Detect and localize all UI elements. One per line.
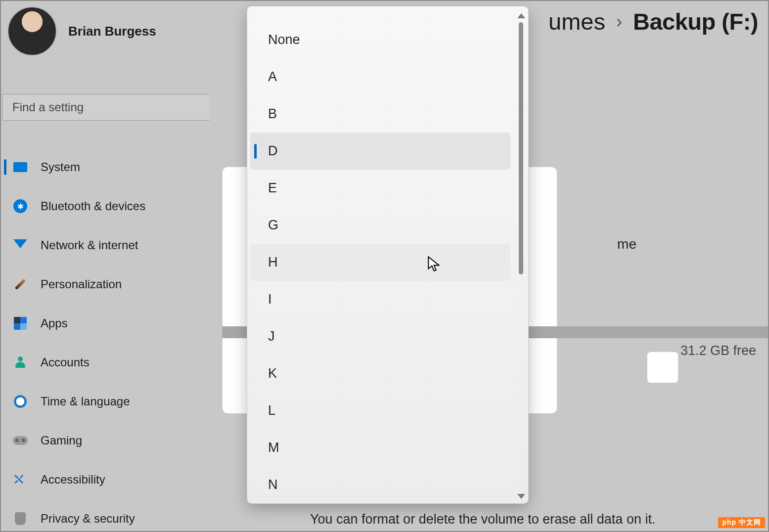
sidebar-item-personalization[interactable]: Personalization: [1, 265, 209, 304]
sidebar-item-network[interactable]: Network & internet: [1, 225, 209, 265]
user-name: Brian Burgess: [68, 24, 156, 39]
accessibility-icon: ⛌: [13, 472, 28, 487]
scroll-up-icon[interactable]: [517, 13, 525, 18]
search-input[interactable]: [12, 100, 200, 114]
sidebar-item-label: Personalization: [41, 277, 122, 291]
dropdown-option[interactable]: K: [250, 355, 510, 392]
sidebar-item-label: Apps: [41, 316, 68, 330]
profile-block[interactable]: Brian Burgess: [7, 6, 156, 56]
accounts-icon: [13, 355, 28, 370]
sidebar-item-label: Accessibility: [41, 473, 105, 487]
system-icon: [13, 160, 28, 175]
dropdown-option[interactable]: D: [250, 133, 510, 170]
sidebar-item-system[interactable]: System: [1, 147, 209, 186]
sidebar-item-privacy[interactable]: Privacy & security: [1, 499, 209, 532]
breadcrumb-current: Backup (F:): [633, 8, 758, 35]
dropdown-scrollbar[interactable]: [516, 11, 526, 501]
sidebar-item-accessibility[interactable]: ⛌ Accessibility: [1, 460, 209, 499]
avatar: [7, 6, 57, 56]
breadcrumb-prev-fragment[interactable]: umes: [548, 8, 605, 35]
bluetooth-icon: ∗: [13, 199, 28, 214]
dropdown-option[interactable]: N: [250, 466, 510, 503]
sidebar-item-label: System: [41, 160, 80, 174]
dropdown-list: NoneABDEGHIJKLMN: [247, 21, 513, 503]
sidebar-item-gaming[interactable]: Gaming: [1, 421, 209, 460]
search-box[interactable]: [2, 94, 210, 121]
breadcrumb: umes › Backup (F:): [548, 8, 758, 35]
nav-list: System ∗ Bluetooth & devices Network & i…: [1, 147, 209, 532]
privacy-icon: [13, 511, 28, 526]
sidebar-item-label: Network & internet: [41, 238, 138, 252]
chevron-right-icon: ›: [616, 11, 622, 32]
storage-free-text: 31.2 GB free: [680, 343, 756, 358]
sidebar-item-label: Gaming: [41, 434, 82, 447]
sidebar-item-label: Privacy & security: [41, 512, 135, 526]
network-icon: [13, 238, 28, 253]
dropdown-option[interactable]: E: [250, 170, 510, 207]
drive-letter-dropdown[interactable]: NoneABDEGHIJKLMN: [247, 6, 529, 504]
dropdown-option[interactable]: I: [250, 281, 510, 318]
scroll-down-icon[interactable]: [517, 494, 525, 499]
settings-sidebar: Brian Burgess System ∗ Bluetooth & devic…: [1, 1, 209, 531]
apps-icon: [13, 316, 28, 331]
personalization-icon: [13, 277, 28, 292]
time-language-icon: [13, 394, 28, 409]
scroll-thumb[interactable]: [519, 22, 523, 274]
dropdown-option[interactable]: M: [250, 429, 510, 466]
card-action-button[interactable]: [647, 352, 679, 383]
sidebar-item-label: Accounts: [41, 355, 90, 369]
dropdown-option[interactable]: G: [250, 207, 510, 244]
sidebar-item-label: Bluetooth & devices: [41, 199, 145, 213]
sidebar-item-label: Time & language: [41, 395, 130, 408]
dropdown-option[interactable]: L: [250, 392, 510, 429]
dropdown-option[interactable]: None: [250, 21, 510, 58]
dropdown-option[interactable]: B: [250, 95, 510, 133]
dropdown-option[interactable]: H: [250, 244, 510, 281]
gaming-icon: [13, 433, 28, 448]
format-hint-text: You can format or delete the volume to e…: [310, 512, 655, 527]
dropdown-option[interactable]: A: [250, 58, 510, 95]
card-label-fragment: me: [617, 236, 636, 252]
watermark: php 中文网: [718, 517, 765, 528]
sidebar-item-accounts[interactable]: Accounts: [1, 343, 209, 382]
sidebar-item-apps[interactable]: Apps: [1, 304, 209, 343]
sidebar-item-bluetooth[interactable]: ∗ Bluetooth & devices: [1, 186, 209, 225]
dropdown-option[interactable]: J: [250, 318, 510, 355]
sidebar-item-time-language[interactable]: Time & language: [1, 382, 209, 421]
